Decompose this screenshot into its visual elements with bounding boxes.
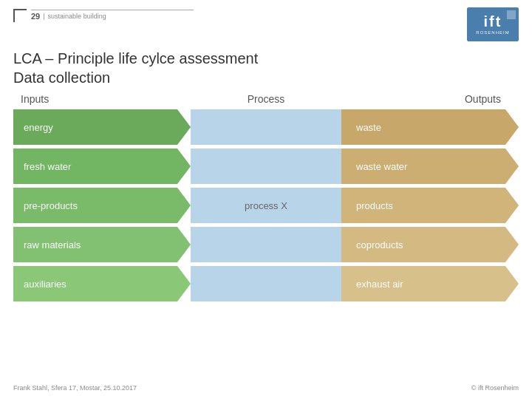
output-label-2: products xyxy=(341,200,393,211)
corner-bracket-icon xyxy=(13,9,27,22)
input-arrow-1: fresh water xyxy=(13,149,191,184)
header-left: 29 | sustainable building xyxy=(13,7,194,22)
output-arrow-2: products xyxy=(341,188,519,223)
process-label: process X xyxy=(245,200,287,211)
lca-row-2: pre-products process X products xyxy=(13,188,519,223)
main-title: LCA – Principle life cylce assessment Da… xyxy=(13,49,519,87)
lca-row-0: energy waste xyxy=(13,109,519,145)
output-arrow-1: waste water xyxy=(341,149,519,184)
footer-right: © ift Rosenheim xyxy=(471,384,519,392)
input-arrow-2: pre-products xyxy=(13,188,191,223)
header-rule xyxy=(31,10,194,10)
lca-row-4: auxiliaries exhaust air xyxy=(13,266,519,301)
input-arrow-4: auxiliaries xyxy=(13,266,191,301)
title-section: LCA – Principle life cylce assessment Da… xyxy=(0,41,532,93)
input-label-2: pre-products xyxy=(13,200,78,211)
output-label-1: waste water xyxy=(341,161,407,172)
process-cell-0 xyxy=(191,109,341,145)
header-separator: | xyxy=(43,13,44,20)
logo-notch xyxy=(507,10,516,19)
input-label-1: fresh water xyxy=(13,161,71,172)
output-label-0: waste xyxy=(341,122,381,133)
process-cell-4 xyxy=(191,266,341,301)
output-arrow-3: coproducts xyxy=(341,227,519,262)
diagram-section: Inputs Process Outputs energy waste fres… xyxy=(0,93,532,301)
lca-row-3: raw materials coproducts xyxy=(13,227,519,262)
lca-row-1: fresh water waste water xyxy=(13,149,519,184)
logo-text-rosenheim: ROSENHEIM xyxy=(476,30,509,35)
input-arrow-0: energy xyxy=(13,109,191,145)
footer: Frank Stahl, Sfera 17, Mostar, 25.10.201… xyxy=(13,384,519,392)
output-arrow-0: waste xyxy=(341,109,519,145)
output-label-3: coproducts xyxy=(341,239,403,250)
logo-text-ift: ift xyxy=(484,14,502,29)
header-subtitle: sustainable building xyxy=(48,13,106,20)
output-arrow-4: exhaust air xyxy=(341,266,519,301)
outputs-column-label: Outputs xyxy=(341,93,519,105)
page-number: 29 xyxy=(31,12,40,21)
process-cell-1 xyxy=(191,149,341,184)
header-lines: 29 | sustainable building xyxy=(31,10,194,21)
diagram-rows: energy waste fresh water waste water pre… xyxy=(13,109,519,301)
column-headers: Inputs Process Outputs xyxy=(13,93,519,105)
input-label-4: auxiliaries xyxy=(13,279,66,290)
header: 29 | sustainable building ift ROSENHEIM xyxy=(0,0,532,41)
input-label-3: raw materials xyxy=(13,239,81,250)
logo: ift ROSENHEIM xyxy=(467,7,519,41)
process-cell-2: process X xyxy=(191,188,341,223)
output-label-4: exhaust air xyxy=(341,279,403,290)
inputs-column-label: Inputs xyxy=(13,93,191,105)
input-label-0: energy xyxy=(13,122,53,133)
footer-left: Frank Stahl, Sfera 17, Mostar, 25.10.201… xyxy=(13,384,137,392)
title-line1: LCA – Principle life cylce assessment xyxy=(13,50,258,66)
title-line2: Data collection xyxy=(13,69,110,86)
process-column-label: Process xyxy=(191,93,341,105)
process-cell-3 xyxy=(191,227,341,262)
input-arrow-3: raw materials xyxy=(13,227,191,262)
